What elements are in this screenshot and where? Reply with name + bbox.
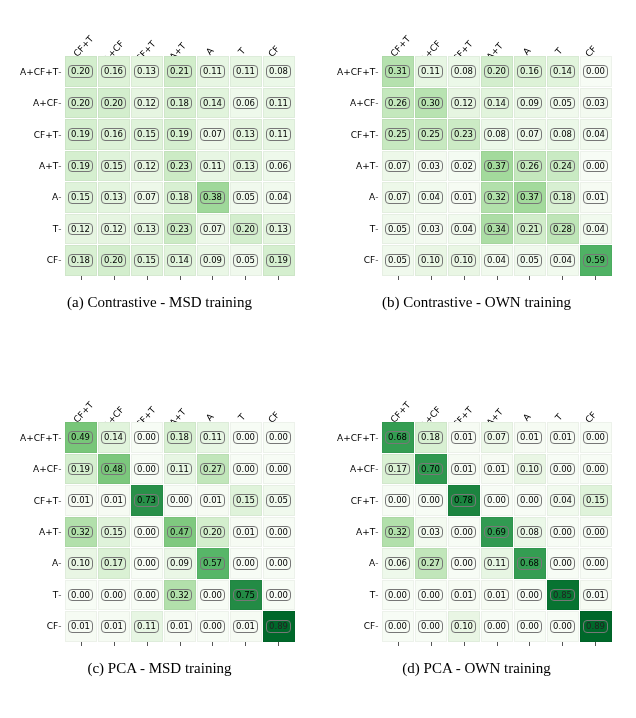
heatmap-cell: 0.19 (263, 245, 295, 276)
heatmap-cell: 0.12 (131, 151, 163, 182)
heatmap-cell: 0.03 (415, 517, 447, 548)
heatmap-cell: 0.00 (263, 548, 295, 579)
heatmap-cell: 0.10 (514, 454, 546, 485)
cell-value: 0.05 (385, 254, 410, 267)
cell-value: 0.00 (517, 589, 542, 602)
panel-c: A+CF+TA+CFCF+TA+TATCFA+CF+TA+CFCF+TA+TAT… (8, 374, 311, 710)
heatmap-cell: 0.00 (448, 548, 480, 579)
heatmap-cell: 0.12 (448, 88, 480, 119)
cell-value: 0.00 (550, 557, 575, 570)
heatmap-cell: 0.01 (197, 485, 229, 516)
heatmap-cell: 0.14 (98, 422, 130, 453)
heatmap-cell: 0.01 (547, 422, 579, 453)
figure-grid: A+CF+TA+CFCF+TA+TATCFA+CF+TA+CFCF+TA+TAT… (8, 8, 628, 710)
cell-value: 0.06 (385, 557, 410, 570)
cell-value: 0.00 (101, 589, 126, 602)
heatmap-cell: 0.20 (481, 56, 513, 87)
cell-value: 0.19 (68, 463, 93, 476)
heatmap-grid: 0.310.110.080.200.160.140.000.260.300.12… (382, 56, 612, 276)
heatmap-cell: 0.18 (164, 88, 196, 119)
cell-value: 0.08 (451, 65, 476, 78)
y-label: CF (15, 611, 65, 642)
cell-value: 0.01 (451, 463, 476, 476)
y-label: A+CF (15, 453, 65, 484)
cell-value: 0.19 (68, 128, 93, 141)
heatmap-cell: 0.05 (382, 214, 414, 245)
cell-value: 0.01 (233, 620, 258, 633)
heatmap-cell: 0.08 (547, 119, 579, 150)
heatmap-cell: 0.09 (164, 548, 196, 579)
y-label: A (15, 548, 65, 579)
y-label: CF+T (332, 485, 382, 516)
heatmap-cell: 0.30 (415, 88, 447, 119)
heatmap-cell: 0.32 (65, 517, 97, 548)
cell-value: 0.15 (134, 128, 159, 141)
cell-value: 0.18 (418, 431, 443, 444)
y-label: CF (15, 245, 65, 276)
heatmap-cell: 0.01 (580, 580, 612, 611)
heatmap-cell: 0.00 (547, 611, 579, 642)
heatmap-cell: 0.06 (382, 548, 414, 579)
y-label: A+CF (15, 87, 65, 118)
cell-value: 0.16 (517, 65, 542, 78)
heatmap-cell: 0.27 (197, 454, 229, 485)
y-label: CF (332, 611, 382, 642)
heatmap-cell: 0.11 (131, 611, 163, 642)
cell-value: 0.01 (484, 463, 509, 476)
cell-value: 0.00 (451, 526, 476, 539)
cell-value: 0.10 (418, 254, 443, 267)
cell-value: 0.01 (451, 191, 476, 204)
heatmap-cell: 0.01 (230, 517, 262, 548)
cell-value: 0.11 (266, 97, 291, 110)
heatmap-cell: 0.00 (382, 485, 414, 516)
heatmap-cell: 0.21 (514, 214, 546, 245)
cell-value: 0.28 (550, 223, 575, 236)
cell-value: 0.01 (101, 494, 126, 507)
cell-value: 0.26 (385, 97, 410, 110)
cell-value: 0.47 (167, 526, 192, 539)
panel-a: A+CF+TA+CFCF+TA+TATCFA+CF+TA+CFCF+TA+TAT… (8, 8, 311, 344)
cell-value: 0.21 (517, 223, 542, 236)
heatmap-cell: 0.47 (164, 517, 196, 548)
heatmap-cell: 0.18 (415, 422, 447, 453)
bottom-ticks (65, 276, 295, 282)
cell-value: 0.00 (200, 620, 225, 633)
cell-value: 0.18 (167, 97, 192, 110)
cell-value: 0.00 (583, 65, 608, 78)
cell-value: 0.85 (550, 589, 575, 602)
cell-value: 0.03 (583, 97, 608, 110)
y-axis-labels: A+CF+TA+CFCF+TA+TATCF (332, 56, 382, 276)
y-label: CF+T (332, 119, 382, 150)
heatmap-cell: 0.11 (197, 56, 229, 87)
heatmap-cell: 0.00 (382, 580, 414, 611)
cell-value: 0.04 (550, 494, 575, 507)
plot-area-a: A+CF+TA+CFCF+TA+TATCFA+CF+TA+CFCF+TA+TAT… (15, 8, 305, 288)
cell-value: 0.00 (385, 589, 410, 602)
cell-value: 0.03 (418, 223, 443, 236)
cell-value: 0.11 (200, 431, 225, 444)
cell-value: 0.14 (484, 97, 509, 110)
heatmap-cell: 0.00 (230, 548, 262, 579)
y-label: CF+T (15, 485, 65, 516)
cell-value: 0.38 (200, 191, 225, 204)
cell-value: 0.04 (418, 191, 443, 204)
bottom-ticks (382, 642, 612, 648)
heatmap-cell: 0.49 (65, 422, 97, 453)
heatmap-cell: 0.15 (131, 245, 163, 276)
cell-value: 0.15 (134, 254, 159, 267)
heatmap-cell: 0.07 (481, 422, 513, 453)
cell-value: 0.09 (200, 254, 225, 267)
heatmap-cell: 0.00 (230, 454, 262, 485)
plot-area-c: A+CF+TA+CFCF+TA+TATCFA+CF+TA+CFCF+TA+TAT… (15, 374, 305, 654)
cell-value: 0.04 (484, 254, 509, 267)
heatmap-cell: 0.04 (580, 214, 612, 245)
heatmap-cell: 0.00 (415, 580, 447, 611)
cell-value: 0.73 (134, 494, 159, 507)
cell-value: 0.04 (451, 223, 476, 236)
cell-value: 0.32 (385, 526, 410, 539)
heatmap-cell: 0.00 (263, 454, 295, 485)
y-label: A (332, 182, 382, 213)
y-label: T (332, 213, 382, 244)
cell-value: 0.08 (550, 128, 575, 141)
y-label: A+T (332, 516, 382, 547)
